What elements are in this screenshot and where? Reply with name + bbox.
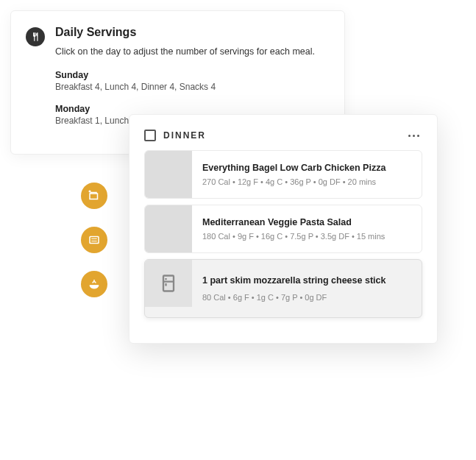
svg-rect-1 [163,276,174,291]
servings-description: Click on the day to adjust the number of… [55,46,328,57]
recipe-thumbnail [145,151,192,198]
meal-checkbox[interactable] [144,130,156,141]
recipe-thumbnail [145,205,192,252]
day-row[interactable]: Sunday Breakfast 4, Lunch 4, Dinner 4, S… [55,70,328,92]
add-recipe-button[interactable] [81,271,107,297]
utensils-icon [26,27,45,46]
recipe-name: Mediterranean Veggie Pasta Salad [202,217,411,227]
recipe-item[interactable]: Mediterranean Veggie Pasta Salad 180 Cal… [144,205,422,253]
ingredient-item[interactable]: 1 part skim mozzarella string cheese sti… [144,259,422,318]
meal-action-buttons [81,183,107,297]
meal-title: DINNER [163,130,206,141]
meal-header: DINNER [144,130,422,141]
ingredient-name: 1 part skim mozzarella string cheese sti… [202,275,411,286]
recipe-stats: 270 Cal • 12g F • 4g C • 36g P • 0g DF •… [202,177,411,186]
meal-card: DINNER Everything Bagel Low Carb Chicken… [129,114,438,344]
ingredient-stats: 80 Cal • 6g F • 1g C • 7g P • 0g DF [202,293,411,302]
meal-header-left: DINNER [144,130,206,141]
day-name: Monday [55,104,328,114]
add-leftover-button[interactable] [81,183,107,209]
recipe-item[interactable]: Everything Bagel Low Carb Chicken Pizza … [144,150,422,199]
day-name: Sunday [55,70,328,80]
fridge-icon [145,260,192,307]
more-options-button[interactable] [405,132,422,140]
recipe-stats: 180 Cal • 9g F • 16g C • 7.5g P • 3.5g D… [202,232,411,241]
svg-rect-0 [90,237,99,244]
day-detail: Breakfast 4, Lunch 4, Dinner 4, Snacks 4 [55,82,328,92]
servings-title: Daily Servings [55,26,328,39]
recipe-name: Everything Bagel Low Carb Chicken Pizza [202,163,411,173]
add-packaged-food-button[interactable] [81,227,107,253]
